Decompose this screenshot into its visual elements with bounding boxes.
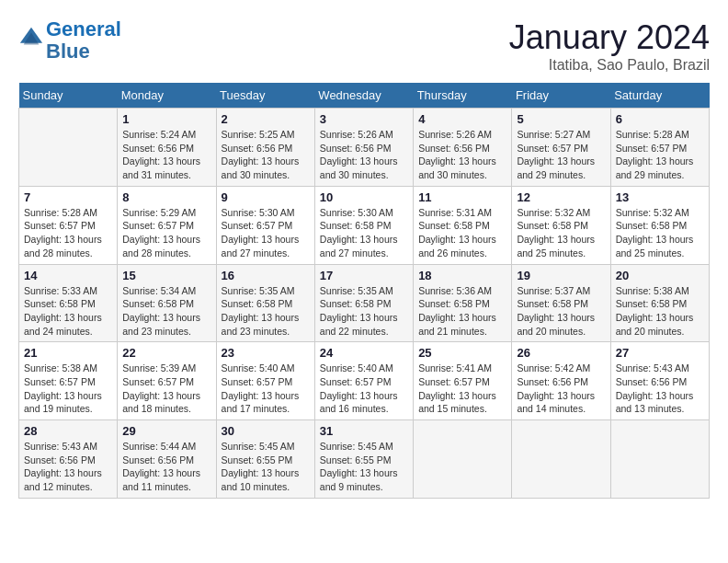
day-number: 3 bbox=[320, 112, 408, 126]
calendar-header-row: SundayMondayTuesdayWednesdayThursdayFrid… bbox=[19, 83, 710, 109]
day-info: Sunrise: 5:35 AM Sunset: 6:58 PM Dayligh… bbox=[222, 284, 310, 339]
title-area: January 2024 Itatiba, Sao Paulo, Brazil bbox=[509, 18, 710, 74]
calendar-cell: 25Sunrise: 5:41 AM Sunset: 6:57 PM Dayli… bbox=[414, 342, 512, 420]
logo-line1: General bbox=[46, 17, 121, 40]
calendar-cell bbox=[414, 420, 512, 499]
calendar-cell: 15Sunrise: 5:34 AM Sunset: 6:58 PM Dayli… bbox=[118, 264, 216, 342]
calendar-cell: 14Sunrise: 5:33 AM Sunset: 6:58 PM Dayli… bbox=[19, 264, 118, 342]
day-info: Sunrise: 5:35 AM Sunset: 6:58 PM Dayligh… bbox=[320, 284, 408, 339]
day-info: Sunrise: 5:28 AM Sunset: 6:57 PM Dayligh… bbox=[24, 206, 112, 260]
calendar-cell: 4Sunrise: 5:26 AM Sunset: 6:56 PM Daylig… bbox=[414, 109, 512, 187]
calendar-cell: 5Sunrise: 5:27 AM Sunset: 6:57 PM Daylig… bbox=[512, 109, 610, 187]
logo-line2: Blue bbox=[46, 40, 90, 63]
day-number: 15 bbox=[122, 269, 210, 282]
day-number: 18 bbox=[418, 269, 506, 282]
calendar-cell: 23Sunrise: 5:40 AM Sunset: 6:57 PM Dayli… bbox=[216, 342, 314, 420]
day-number: 16 bbox=[222, 269, 310, 282]
day-number: 20 bbox=[616, 269, 704, 282]
day-info: Sunrise: 5:34 AM Sunset: 6:58 PM Dayligh… bbox=[122, 284, 210, 339]
day-info: Sunrise: 5:25 AM Sunset: 6:56 PM Dayligh… bbox=[222, 128, 310, 182]
month-title: January 2024 bbox=[509, 18, 710, 57]
page-header: General Blue January 2024 Itatiba, Sao P… bbox=[18, 18, 710, 74]
calendar-week-row: 14Sunrise: 5:33 AM Sunset: 6:58 PM Dayli… bbox=[19, 264, 710, 342]
day-info: Sunrise: 5:40 AM Sunset: 6:57 PM Dayligh… bbox=[222, 362, 310, 416]
column-header-friday: Friday bbox=[512, 83, 610, 109]
day-info: Sunrise: 5:26 AM Sunset: 6:56 PM Dayligh… bbox=[418, 128, 506, 182]
day-info: Sunrise: 5:43 AM Sunset: 6:56 PM Dayligh… bbox=[24, 440, 112, 494]
day-number: 29 bbox=[122, 424, 210, 438]
logo-icon bbox=[18, 26, 44, 52]
day-number: 4 bbox=[418, 112, 506, 126]
day-info: Sunrise: 5:30 AM Sunset: 6:58 PM Dayligh… bbox=[320, 206, 408, 260]
day-number: 1 bbox=[122, 112, 210, 126]
calendar-cell bbox=[19, 109, 118, 187]
column-header-saturday: Saturday bbox=[610, 83, 709, 109]
day-info: Sunrise: 5:45 AM Sunset: 6:55 PM Dayligh… bbox=[320, 440, 408, 494]
calendar-cell: 9Sunrise: 5:30 AM Sunset: 6:57 PM Daylig… bbox=[216, 186, 314, 264]
column-header-wednesday: Wednesday bbox=[314, 83, 413, 109]
day-info: Sunrise: 5:40 AM Sunset: 6:57 PM Dayligh… bbox=[320, 362, 408, 416]
day-number: 9 bbox=[222, 190, 310, 204]
calendar-week-row: 1Sunrise: 5:24 AM Sunset: 6:56 PM Daylig… bbox=[19, 109, 710, 187]
day-number: 6 bbox=[616, 112, 704, 126]
day-number: 8 bbox=[122, 190, 210, 204]
day-info: Sunrise: 5:41 AM Sunset: 6:57 PM Dayligh… bbox=[418, 362, 506, 416]
calendar-cell: 19Sunrise: 5:37 AM Sunset: 6:58 PM Dayli… bbox=[512, 264, 610, 342]
calendar-cell bbox=[512, 420, 610, 499]
calendar-cell: 24Sunrise: 5:40 AM Sunset: 6:57 PM Dayli… bbox=[314, 342, 413, 420]
calendar-week-row: 21Sunrise: 5:38 AM Sunset: 6:57 PM Dayli… bbox=[19, 342, 710, 420]
day-info: Sunrise: 5:36 AM Sunset: 6:58 PM Dayligh… bbox=[418, 284, 506, 339]
calendar-cell: 17Sunrise: 5:35 AM Sunset: 6:58 PM Dayli… bbox=[314, 264, 413, 342]
day-number: 27 bbox=[616, 346, 704, 360]
day-number: 21 bbox=[24, 346, 112, 360]
day-info: Sunrise: 5:24 AM Sunset: 6:56 PM Dayligh… bbox=[122, 128, 210, 182]
day-info: Sunrise: 5:43 AM Sunset: 6:56 PM Dayligh… bbox=[616, 362, 704, 416]
calendar-week-row: 28Sunrise: 5:43 AM Sunset: 6:56 PM Dayli… bbox=[19, 420, 710, 499]
day-info: Sunrise: 5:38 AM Sunset: 6:57 PM Dayligh… bbox=[24, 362, 112, 416]
day-number: 17 bbox=[320, 269, 408, 282]
day-number: 31 bbox=[320, 424, 408, 438]
day-number: 22 bbox=[122, 346, 210, 360]
day-number: 30 bbox=[222, 424, 310, 438]
day-info: Sunrise: 5:33 AM Sunset: 6:58 PM Dayligh… bbox=[24, 284, 112, 339]
day-number: 5 bbox=[517, 112, 605, 126]
logo: General Blue bbox=[18, 18, 121, 63]
calendar-cell: 22Sunrise: 5:39 AM Sunset: 6:57 PM Dayli… bbox=[118, 342, 216, 420]
day-number: 2 bbox=[222, 112, 310, 126]
calendar-cell bbox=[610, 420, 709, 499]
calendar-cell: 26Sunrise: 5:42 AM Sunset: 6:56 PM Dayli… bbox=[512, 342, 610, 420]
column-header-tuesday: Tuesday bbox=[216, 83, 314, 109]
day-info: Sunrise: 5:32 AM Sunset: 6:58 PM Dayligh… bbox=[517, 206, 605, 260]
calendar-cell: 28Sunrise: 5:43 AM Sunset: 6:56 PM Dayli… bbox=[19, 420, 118, 499]
day-info: Sunrise: 5:26 AM Sunset: 6:56 PM Dayligh… bbox=[320, 128, 408, 182]
day-info: Sunrise: 5:27 AM Sunset: 6:57 PM Dayligh… bbox=[517, 128, 605, 182]
day-info: Sunrise: 5:42 AM Sunset: 6:56 PM Dayligh… bbox=[517, 362, 605, 416]
day-number: 25 bbox=[418, 346, 506, 360]
calendar-cell: 31Sunrise: 5:45 AM Sunset: 6:55 PM Dayli… bbox=[314, 420, 413, 499]
calendar-table: SundayMondayTuesdayWednesdayThursdayFrid… bbox=[18, 83, 710, 499]
day-number: 7 bbox=[24, 190, 112, 204]
calendar-cell: 10Sunrise: 5:30 AM Sunset: 6:58 PM Dayli… bbox=[314, 186, 413, 264]
day-info: Sunrise: 5:45 AM Sunset: 6:55 PM Dayligh… bbox=[222, 440, 310, 494]
day-number: 14 bbox=[24, 269, 112, 282]
day-number: 12 bbox=[517, 190, 605, 204]
day-number: 11 bbox=[418, 190, 506, 204]
calendar-cell: 30Sunrise: 5:45 AM Sunset: 6:55 PM Dayli… bbox=[216, 420, 314, 499]
day-info: Sunrise: 5:29 AM Sunset: 6:57 PM Dayligh… bbox=[122, 206, 210, 260]
calendar-cell: 21Sunrise: 5:38 AM Sunset: 6:57 PM Dayli… bbox=[19, 342, 118, 420]
column-header-sunday: Sunday bbox=[19, 83, 118, 109]
day-number: 26 bbox=[517, 346, 605, 360]
calendar-cell: 20Sunrise: 5:38 AM Sunset: 6:58 PM Dayli… bbox=[610, 264, 709, 342]
calendar-cell: 27Sunrise: 5:43 AM Sunset: 6:56 PM Dayli… bbox=[610, 342, 709, 420]
calendar-cell: 2Sunrise: 5:25 AM Sunset: 6:56 PM Daylig… bbox=[216, 109, 314, 187]
calendar-cell: 1Sunrise: 5:24 AM Sunset: 6:56 PM Daylig… bbox=[118, 109, 216, 187]
day-info: Sunrise: 5:30 AM Sunset: 6:57 PM Dayligh… bbox=[222, 206, 310, 260]
calendar-cell: 6Sunrise: 5:28 AM Sunset: 6:57 PM Daylig… bbox=[610, 109, 709, 187]
day-info: Sunrise: 5:39 AM Sunset: 6:57 PM Dayligh… bbox=[122, 362, 210, 416]
day-info: Sunrise: 5:28 AM Sunset: 6:57 PM Dayligh… bbox=[616, 128, 704, 182]
calendar-cell: 8Sunrise: 5:29 AM Sunset: 6:57 PM Daylig… bbox=[118, 186, 216, 264]
calendar-cell: 16Sunrise: 5:35 AM Sunset: 6:58 PM Dayli… bbox=[216, 264, 314, 342]
calendar-cell: 3Sunrise: 5:26 AM Sunset: 6:56 PM Daylig… bbox=[314, 109, 413, 187]
calendar-week-row: 7Sunrise: 5:28 AM Sunset: 6:57 PM Daylig… bbox=[19, 186, 710, 264]
day-info: Sunrise: 5:37 AM Sunset: 6:58 PM Dayligh… bbox=[517, 284, 605, 339]
